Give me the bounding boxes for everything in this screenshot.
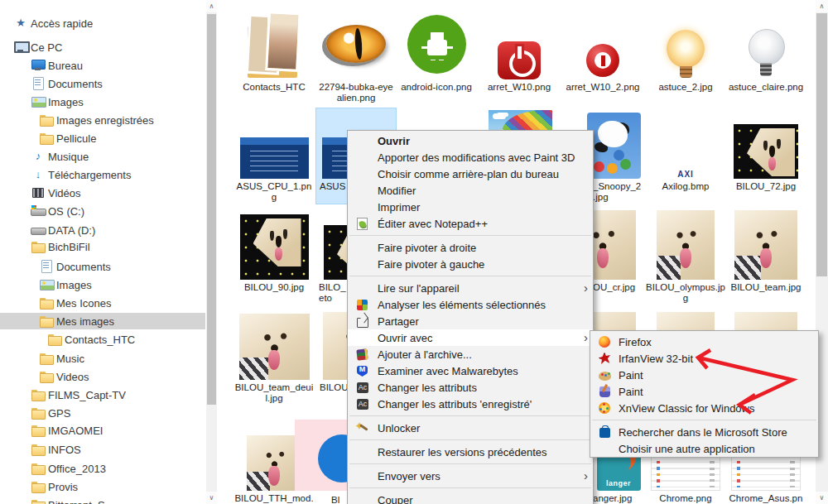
- menu-item-modifier[interactable]: Modifier: [348, 182, 593, 199]
- file-item-bilou-72[interactable]: BILOU_72.jpg: [726, 108, 806, 192]
- file-item-axilog[interactable]: AXI Axilog.bmp: [646, 108, 725, 192]
- sidebar-item-data-d[interactable]: DATA (D:): [0, 222, 205, 238]
- file-item-astuce-claire[interactable]: astuce_claire.png: [726, 7, 806, 93]
- menu-item-lire-appareil[interactable]: Lire sur l'appareil›: [348, 280, 593, 296]
- blank-icon: [354, 469, 373, 482]
- documents-icon: [31, 77, 46, 90]
- sidebar-item-documents-data[interactable]: Documents: [0, 258, 205, 275]
- menu-item-unlocker[interactable]: ✦Unlocker: [348, 420, 593, 436]
- sidebar-item-bichbifil[interactable]: BichBiFil: [0, 238, 205, 255]
- submenu-item-irfanview[interactable]: IrfanView 32-bit: [590, 350, 818, 367]
- kite-image-thumbnail[interactable]: [489, 110, 552, 132]
- sidebar-item-bittorrent[interactable]: Bittorrent_S: [0, 497, 205, 504]
- menu-item-imprimer[interactable]: Imprimer: [348, 199, 593, 215]
- submenu-chevron-icon: ›: [584, 282, 588, 294]
- sidebar-item-music[interactable]: Music: [0, 350, 205, 367]
- file-item-bilou-90[interactable]: BILOU_90.jpg: [234, 207, 314, 293]
- menu-item-arriere-plan[interactable]: Choisir comme arrière-plan du bureau: [348, 166, 593, 182]
- menu-item-ouvrir[interactable]: Ouvrir: [348, 132, 593, 149]
- submenu-item-autre-application[interactable]: Choisir une autre application: [590, 440, 818, 457]
- sidebar-item-musique[interactable]: ♪Musique: [0, 148, 205, 165]
- menu-item-changer-attributs-enregistre[interactable]: AcChanger les attributs 'enregistré': [348, 396, 593, 412]
- paint-brush-icon: [597, 385, 614, 398]
- menu-item-notepadpp[interactable]: Éditer avec Notepad++: [348, 215, 593, 232]
- file-item-astuce-2[interactable]: astuce_2.jpg: [646, 7, 725, 93]
- menu-item-restaurer-versions[interactable]: Restaurer les versions précédentes: [348, 444, 593, 460]
- file-item-bubka-eye[interactable]: 22794-bubka-eye alien.png: [316, 7, 396, 103]
- submenu-item-paint-1[interactable]: Paint: [590, 367, 818, 383]
- attribute-changer-icon: Ac: [354, 381, 373, 394]
- context-menu: Ouvrir Apporter des modifications avec P…: [347, 130, 594, 504]
- dog-photo-thumbnail: [240, 214, 309, 280]
- submenu-item-paint-2[interactable]: Paint: [590, 383, 818, 400]
- menu-separator: [592, 420, 816, 420]
- file-item-bilou-olympus[interactable]: BILOU_olympus.jpg: [646, 207, 725, 304]
- sidebar-item-mes-icones[interactable]: Mes Icones: [0, 295, 205, 311]
- clear-bulb-thumbnail: [733, 28, 799, 79]
- scroll-up-icon[interactable]: ∧: [206, 0, 217, 12]
- sidebar-item-images-data[interactable]: Images: [0, 276, 205, 293]
- sidebar-item-office-2013[interactable]: Office_2013: [0, 460, 205, 477]
- file-item-arret-w10-2[interactable]: arret_W10_2.png: [563, 7, 643, 93]
- file-item-bilou-team-deuil[interactable]: BILOU_team_deuil.jpg: [234, 310, 314, 404]
- sidebar-item-telechargements[interactable]: ↓Téléchargements: [0, 166, 205, 183]
- sidebar-item-gps[interactable]: GPS: [0, 405, 205, 421]
- submenu-item-xnview[interactable]: XnView Classic for Windows: [590, 400, 818, 416]
- sidebar-item-bureau[interactable]: Bureau: [0, 57, 205, 74]
- sidebar-item-provis[interactable]: Provis: [0, 478, 205, 495]
- scroll-up-icon[interactable]: ∧: [816, 0, 828, 12]
- file-item-contacts-htc[interactable]: Contacts_HTC: [234, 7, 314, 93]
- sidebar-item-films-capt-tv[interactable]: FILMS_Capt-TV: [0, 386, 205, 403]
- sidebar-item-pellicule[interactable]: Pellicule: [0, 130, 205, 146]
- menu-item-envoyer-vers[interactable]: Envoyer vers›: [348, 468, 593, 484]
- videos-icon: [31, 186, 46, 199]
- sidebar-item-imgaomei[interactable]: IMGAOMEI: [0, 422, 205, 439]
- menu-item-ouvrir-avec[interactable]: Ouvrir avec›: [348, 329, 593, 346]
- sidebar-item-images-enregistrees[interactable]: Images enregistrées: [0, 112, 205, 128]
- sidebar-item-documents[interactable]: Documents: [0, 75, 205, 92]
- folder-icon: [31, 498, 46, 504]
- sidebar-item-images[interactable]: Images: [0, 94, 205, 110]
- submenu-item-firefox[interactable]: Firefox: [590, 334, 818, 350]
- file-item-asus-cpu-1[interactable]: ASUS_CPU_1.png: [234, 108, 314, 203]
- folder-icon: [31, 240, 46, 253]
- sidebar-item-videos-data[interactable]: Videos: [0, 368, 205, 385]
- submenu-chevron-icon: ›: [584, 470, 588, 482]
- sidebar-item-os-c[interactable]: OS (C:): [0, 203, 205, 219]
- submenu-chevron-icon: ›: [584, 332, 588, 343]
- blank-icon: [354, 184, 373, 197]
- file-item-android-icon[interactable]: android-icon.png: [397, 7, 476, 93]
- folder-icon: [31, 388, 46, 401]
- scroll-down-icon[interactable]: ∨: [816, 492, 828, 504]
- menu-item-analyser-avg[interactable]: Analyser les éléments sélectionnés: [348, 296, 593, 313]
- menu-item-changer-attributs[interactable]: AcChanger les attributs: [348, 379, 593, 396]
- sidebar-item-infos[interactable]: INFOS: [0, 441, 205, 458]
- documents-icon: [39, 260, 54, 273]
- sidebar-item-ce-pc[interactable]: Ce PC: [0, 39, 205, 55]
- file-item-bilou-team[interactable]: BILOU_team.jpg: [726, 207, 806, 293]
- folder-icon: [31, 462, 46, 475]
- menu-item-pivoter-droite[interactable]: Faire pivoter à droite: [348, 239, 593, 256]
- menu-item-pivoter-gauche[interactable]: Faire pivoter à gauche: [348, 256, 593, 272]
- avg-antivirus-icon: [354, 298, 373, 311]
- file-item-arret-w10[interactable]: arret_W10.png: [479, 7, 559, 93]
- menu-item-paint3d[interactable]: Apporter des modifications avec Paint 3D: [348, 149, 593, 166]
- sidebar-item-contacts-htc[interactable]: Contacts_HTC: [0, 331, 205, 348]
- computer-icon: [13, 41, 28, 54]
- menu-item-partager[interactable]: Partager: [348, 313, 593, 329]
- scroll-down-icon[interactable]: ∨: [206, 492, 217, 504]
- menu-item-ajouter-archive[interactable]: Ajouter à l'archive...: [348, 346, 593, 362]
- menu-item-malwarebytes[interactable]: MExaminer avec Malwarebytes: [348, 362, 593, 379]
- sidebar-item-videos[interactable]: Vidéos: [0, 185, 205, 201]
- power-button-round-thumbnail: [580, 41, 626, 79]
- menu-item-couper[interactable]: Couper: [348, 492, 593, 504]
- sidebar-item-acces-rapide[interactable]: ★Accès rapide: [0, 15, 205, 31]
- main-scrollbar-thumb[interactable]: [816, 13, 827, 276]
- sidebar-item-mes-images[interactable]: Mes images: [0, 313, 205, 329]
- firefox-icon: [597, 335, 614, 348]
- folder-icon: [39, 370, 54, 383]
- sidebar-scrollbar-thumb[interactable]: [207, 14, 216, 405]
- submenu-item-microsoft-store[interactable]: Rechercher dans le Microsoft Store: [590, 424, 818, 440]
- folder-icon: [31, 480, 46, 493]
- pictures-icon: [31, 95, 46, 108]
